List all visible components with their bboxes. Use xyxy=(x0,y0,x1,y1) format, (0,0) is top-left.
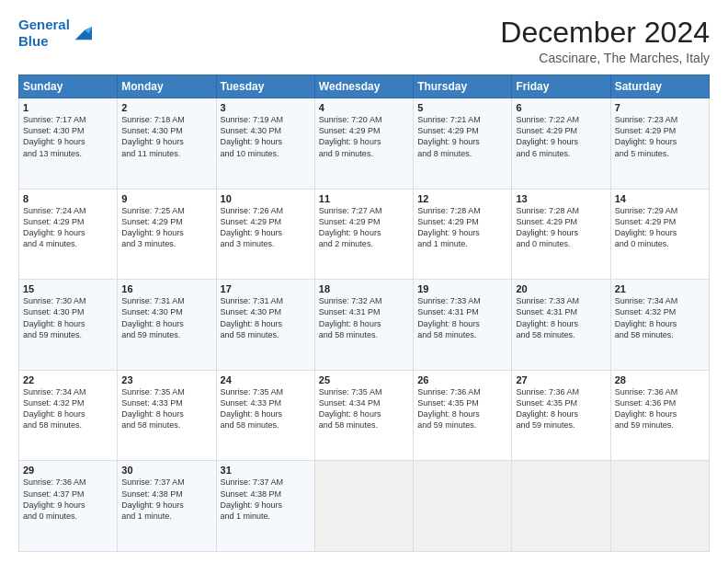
day-number: 6 xyxy=(516,102,606,113)
day-number: 30 xyxy=(121,465,211,476)
calendar-table: SundayMondayTuesdayWednesdayThursdayFrid… xyxy=(18,75,710,552)
day-cell: 19Sunrise: 7:33 AMSunset: 4:31 PMDayligh… xyxy=(414,280,512,371)
day-cell: 9Sunrise: 7:25 AMSunset: 4:29 PMDaylight… xyxy=(118,189,216,280)
day-cell: 2Sunrise: 7:18 AMSunset: 4:30 PMDaylight… xyxy=(118,98,216,190)
cell-info: Sunrise: 7:35 AMSunset: 4:33 PMDaylight:… xyxy=(121,386,211,431)
cell-info: Sunrise: 7:31 AMSunset: 4:30 PMDaylight:… xyxy=(121,295,211,340)
cell-info: Sunrise: 7:36 AMSunset: 4:35 PMDaylight:… xyxy=(516,386,606,431)
day-number: 17 xyxy=(221,283,311,294)
day-number: 14 xyxy=(615,193,705,204)
day-number: 4 xyxy=(319,102,409,113)
day-number: 3 xyxy=(221,102,311,113)
header-cell-tuesday: Tuesday xyxy=(216,75,314,98)
cell-info: Sunrise: 7:35 AMSunset: 4:33 PMDaylight:… xyxy=(221,386,311,431)
day-cell: 5Sunrise: 7:21 AMSunset: 4:29 PMDaylight… xyxy=(414,98,512,190)
day-number: 19 xyxy=(417,283,507,294)
cell-info: Sunrise: 7:32 AMSunset: 4:31 PMDaylight:… xyxy=(319,295,409,340)
day-number: 25 xyxy=(319,374,409,385)
day-cell: 16Sunrise: 7:31 AMSunset: 4:30 PMDayligh… xyxy=(118,280,216,371)
day-number: 8 xyxy=(23,193,113,204)
cell-info: Sunrise: 7:28 AMSunset: 4:29 PMDaylight:… xyxy=(417,205,507,250)
cell-info: Sunrise: 7:30 AMSunset: 4:30 PMDaylight:… xyxy=(23,295,113,340)
cell-info: Sunrise: 7:27 AMSunset: 4:29 PMDaylight:… xyxy=(319,205,409,250)
header-cell-sunday: Sunday xyxy=(19,75,118,98)
day-cell: 23Sunrise: 7:35 AMSunset: 4:33 PMDayligh… xyxy=(118,370,216,461)
month-title: December 2024 xyxy=(500,17,710,49)
day-cell: 12Sunrise: 7:28 AMSunset: 4:29 PMDayligh… xyxy=(414,189,512,280)
day-cell: 29Sunrise: 7:36 AMSunset: 4:37 PMDayligh… xyxy=(19,461,118,552)
cell-info: Sunrise: 7:36 AMSunset: 4:36 PMDaylight:… xyxy=(615,386,705,431)
day-cell: 26Sunrise: 7:36 AMSunset: 4:35 PMDayligh… xyxy=(414,370,512,461)
cell-info: Sunrise: 7:34 AMSunset: 4:32 PMDaylight:… xyxy=(615,295,705,340)
logo-text: General Blue xyxy=(18,17,70,50)
day-number: 31 xyxy=(221,465,311,476)
cell-info: Sunrise: 7:17 AMSunset: 4:30 PMDaylight:… xyxy=(23,114,113,159)
cell-info: Sunrise: 7:23 AMSunset: 4:29 PMDaylight:… xyxy=(615,114,705,159)
day-cell: 13Sunrise: 7:28 AMSunset: 4:29 PMDayligh… xyxy=(512,189,610,280)
day-number: 13 xyxy=(516,193,606,204)
day-cell xyxy=(314,461,413,552)
day-cell xyxy=(512,461,610,552)
page: General Blue December 2024 Cascinare, Th… xyxy=(0,0,728,563)
cell-info: Sunrise: 7:36 AMSunset: 4:35 PMDaylight:… xyxy=(417,386,507,431)
day-number: 27 xyxy=(516,374,606,385)
day-cell xyxy=(414,461,512,552)
day-cell: 10Sunrise: 7:26 AMSunset: 4:29 PMDayligh… xyxy=(216,189,314,280)
day-cell: 6Sunrise: 7:22 AMSunset: 4:29 PMDaylight… xyxy=(512,98,610,190)
cell-info: Sunrise: 7:26 AMSunset: 4:29 PMDaylight:… xyxy=(221,205,311,250)
day-cell: 15Sunrise: 7:30 AMSunset: 4:30 PMDayligh… xyxy=(19,280,118,371)
day-cell: 11Sunrise: 7:27 AMSunset: 4:29 PMDayligh… xyxy=(314,189,413,280)
day-cell: 14Sunrise: 7:29 AMSunset: 4:29 PMDayligh… xyxy=(610,189,709,280)
day-cell: 24Sunrise: 7:35 AMSunset: 4:33 PMDayligh… xyxy=(216,370,314,461)
day-number: 29 xyxy=(23,465,113,476)
cell-info: Sunrise: 7:19 AMSunset: 4:30 PMDaylight:… xyxy=(221,114,311,159)
day-cell: 20Sunrise: 7:33 AMSunset: 4:31 PMDayligh… xyxy=(512,280,610,371)
week-row-1: 8Sunrise: 7:24 AMSunset: 4:29 PMDaylight… xyxy=(19,189,710,280)
day-number: 26 xyxy=(417,374,507,385)
cell-info: Sunrise: 7:29 AMSunset: 4:29 PMDaylight:… xyxy=(615,205,705,250)
day-cell: 25Sunrise: 7:35 AMSunset: 4:34 PMDayligh… xyxy=(314,370,413,461)
cell-info: Sunrise: 7:35 AMSunset: 4:34 PMDaylight:… xyxy=(319,386,409,431)
day-number: 9 xyxy=(121,193,211,204)
title-block: December 2024 Cascinare, The Marches, It… xyxy=(500,17,710,65)
cell-info: Sunrise: 7:36 AMSunset: 4:37 PMDaylight:… xyxy=(23,477,113,522)
cell-info: Sunrise: 7:18 AMSunset: 4:30 PMDaylight:… xyxy=(121,114,211,159)
header: General Blue December 2024 Cascinare, Th… xyxy=(18,17,710,65)
cell-info: Sunrise: 7:24 AMSunset: 4:29 PMDaylight:… xyxy=(23,205,113,250)
header-cell-thursday: Thursday xyxy=(414,75,512,98)
calendar-body: 1Sunrise: 7:17 AMSunset: 4:30 PMDaylight… xyxy=(19,98,710,552)
day-cell: 17Sunrise: 7:31 AMSunset: 4:30 PMDayligh… xyxy=(216,280,314,371)
day-cell: 8Sunrise: 7:24 AMSunset: 4:29 PMDaylight… xyxy=(19,189,118,280)
day-cell: 3Sunrise: 7:19 AMSunset: 4:30 PMDaylight… xyxy=(216,98,314,190)
week-row-3: 22Sunrise: 7:34 AMSunset: 4:32 PMDayligh… xyxy=(19,370,710,461)
logo: General Blue xyxy=(18,17,92,50)
day-number: 16 xyxy=(121,283,211,294)
day-number: 28 xyxy=(615,374,705,385)
day-cell xyxy=(610,461,709,552)
cell-info: Sunrise: 7:25 AMSunset: 4:29 PMDaylight:… xyxy=(121,205,211,250)
week-row-0: 1Sunrise: 7:17 AMSunset: 4:30 PMDaylight… xyxy=(19,98,710,190)
day-cell: 30Sunrise: 7:37 AMSunset: 4:38 PMDayligh… xyxy=(118,461,216,552)
day-number: 10 xyxy=(221,193,311,204)
day-cell: 31Sunrise: 7:37 AMSunset: 4:38 PMDayligh… xyxy=(216,461,314,552)
cell-info: Sunrise: 7:21 AMSunset: 4:29 PMDaylight:… xyxy=(417,114,507,159)
day-number: 20 xyxy=(516,283,606,294)
day-number: 12 xyxy=(417,193,507,204)
day-cell: 18Sunrise: 7:32 AMSunset: 4:31 PMDayligh… xyxy=(314,280,413,371)
cell-info: Sunrise: 7:34 AMSunset: 4:32 PMDaylight:… xyxy=(23,386,113,431)
day-number: 18 xyxy=(319,283,409,294)
day-number: 5 xyxy=(417,102,507,113)
location: Cascinare, The Marches, Italy xyxy=(500,51,710,65)
cell-info: Sunrise: 7:37 AMSunset: 4:38 PMDaylight:… xyxy=(121,477,211,522)
cell-info: Sunrise: 7:37 AMSunset: 4:38 PMDaylight:… xyxy=(221,477,311,522)
day-number: 7 xyxy=(615,102,705,113)
week-row-4: 29Sunrise: 7:36 AMSunset: 4:37 PMDayligh… xyxy=(19,461,710,552)
calendar-header-row: SundayMondayTuesdayWednesdayThursdayFrid… xyxy=(19,75,710,98)
cell-info: Sunrise: 7:28 AMSunset: 4:29 PMDaylight:… xyxy=(516,205,606,250)
day-number: 2 xyxy=(121,102,211,113)
day-number: 11 xyxy=(319,193,409,204)
day-number: 1 xyxy=(23,102,113,113)
day-number: 21 xyxy=(615,283,705,294)
day-cell: 1Sunrise: 7:17 AMSunset: 4:30 PMDaylight… xyxy=(19,98,118,190)
logo-icon xyxy=(72,23,92,43)
